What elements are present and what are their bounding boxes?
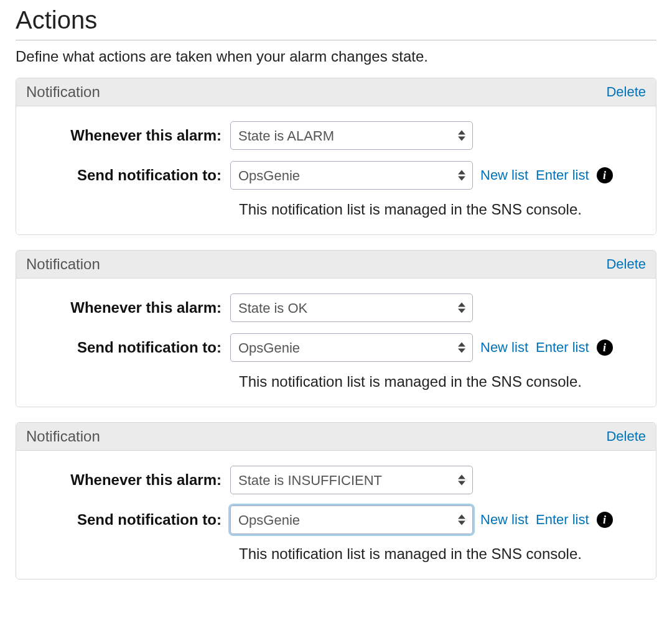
- sns-note: This notification list is managed in the…: [230, 545, 641, 563]
- title-divider: [16, 40, 656, 40]
- target-select-wrap: OpsGenie: [230, 333, 473, 362]
- whenever-label: Whenever this alarm:: [31, 471, 230, 489]
- form-row-target: Send notification to: OpsGenie New list …: [31, 333, 641, 362]
- sendto-label: Send notification to:: [31, 511, 230, 528]
- sns-note: This notification list is managed in the…: [230, 201, 641, 218]
- new-list-link[interactable]: New list: [480, 512, 528, 528]
- delete-link[interactable]: Delete: [606, 428, 646, 445]
- target-select-wrap: OpsGenie: [230, 161, 473, 190]
- form-row-state: Whenever this alarm: State is INSUFFICIE…: [31, 466, 641, 494]
- state-select-wrap: State is OK: [230, 293, 473, 322]
- form-row-state: Whenever this alarm: State is OK: [31, 293, 641, 322]
- panel-header: Notification Delete: [16, 78, 656, 106]
- panel-body: Whenever this alarm: State is ALARM Send…: [16, 106, 656, 234]
- target-select[interactable]: OpsGenie: [230, 333, 473, 362]
- state-controls: State is OK: [230, 293, 641, 322]
- info-icon[interactable]: i: [597, 512, 613, 528]
- target-select[interactable]: OpsGenie: [230, 161, 473, 190]
- state-select[interactable]: State is INSUFFICIENT: [230, 466, 473, 494]
- delete-link[interactable]: Delete: [606, 256, 646, 272]
- sendto-label: Send notification to:: [31, 167, 230, 184]
- enter-list-link[interactable]: Enter list: [536, 512, 589, 528]
- panel-header: Notification Delete: [16, 423, 656, 451]
- page-description: Define what actions are taken when your …: [16, 48, 656, 65]
- panel-body: Whenever this alarm: State is INSUFFICIE…: [16, 451, 656, 579]
- panel-header: Notification Delete: [16, 251, 656, 279]
- sendto-label: Send notification to:: [31, 339, 230, 356]
- target-controls: OpsGenie New list Enter list i: [230, 333, 641, 362]
- form-row-state: Whenever this alarm: State is ALARM: [31, 121, 641, 150]
- enter-list-link[interactable]: Enter list: [536, 167, 589, 183]
- info-icon[interactable]: i: [597, 167, 613, 183]
- new-list-link[interactable]: New list: [480, 339, 528, 356]
- notification-panel: Notification Delete Whenever this alarm:…: [16, 422, 656, 579]
- target-select[interactable]: OpsGenie: [230, 505, 473, 534]
- state-controls: State is ALARM: [230, 121, 641, 150]
- whenever-label: Whenever this alarm:: [31, 127, 230, 144]
- state-select-wrap: State is ALARM: [230, 121, 473, 150]
- panel-title: Notification: [26, 256, 100, 273]
- page-title: Actions: [16, 6, 656, 37]
- state-select-wrap: State is INSUFFICIENT: [230, 466, 473, 494]
- sns-note: This notification list is managed in the…: [230, 373, 641, 390]
- notification-panel: Notification Delete Whenever this alarm:…: [16, 78, 656, 235]
- form-row-target: Send notification to: OpsGenie New list …: [31, 505, 641, 534]
- whenever-label: Whenever this alarm:: [31, 299, 230, 316]
- panel-title: Notification: [26, 428, 100, 445]
- info-icon[interactable]: i: [597, 339, 613, 356]
- state-select[interactable]: State is OK: [230, 293, 473, 322]
- panel-body: Whenever this alarm: State is OK Send no…: [16, 279, 656, 407]
- state-controls: State is INSUFFICIENT: [230, 466, 641, 494]
- panel-title: Notification: [26, 83, 100, 101]
- delete-link[interactable]: Delete: [606, 84, 646, 100]
- target-controls: OpsGenie New list Enter list i: [230, 505, 641, 534]
- form-row-target: Send notification to: OpsGenie New list …: [31, 161, 641, 190]
- target-select-wrap: OpsGenie: [230, 505, 473, 534]
- new-list-link[interactable]: New list: [480, 167, 528, 183]
- notification-panel: Notification Delete Whenever this alarm:…: [16, 250, 656, 407]
- state-select[interactable]: State is ALARM: [230, 121, 473, 150]
- enter-list-link[interactable]: Enter list: [536, 339, 589, 356]
- target-controls: OpsGenie New list Enter list i: [230, 161, 641, 190]
